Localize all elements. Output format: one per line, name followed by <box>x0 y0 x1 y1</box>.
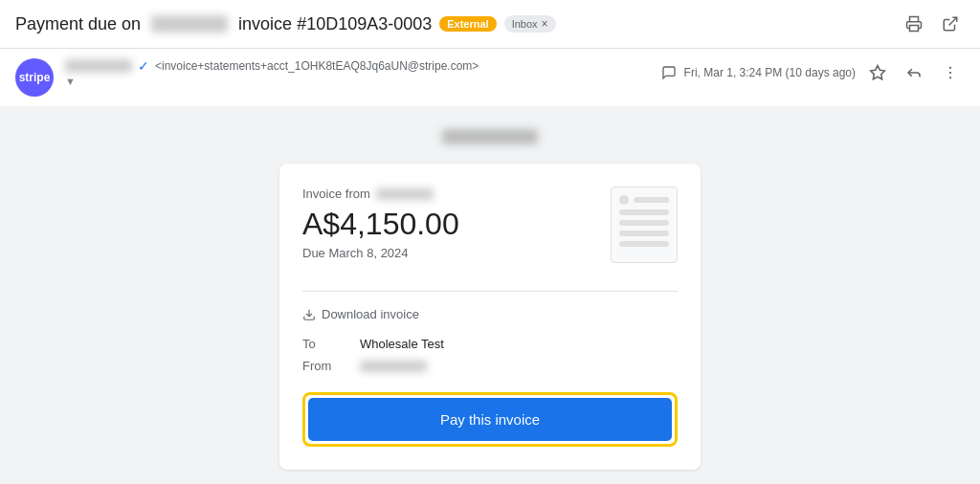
sender-avatar: stripe <box>15 58 54 97</box>
svg-point-4 <box>949 72 951 74</box>
reply-icon <box>905 64 923 81</box>
verified-icon: ✓ <box>138 58 149 74</box>
to-value: Wholesale Test <box>360 337 444 351</box>
print-button[interactable] <box>900 10 928 38</box>
star-icon <box>869 64 886 81</box>
pay-button-wrapper: Pay this invoice <box>302 392 678 447</box>
doc-bar <box>634 197 669 203</box>
doc-bar-full <box>619 209 669 215</box>
badge-external[interactable]: External <box>439 16 496 32</box>
divider-1 <box>302 291 678 292</box>
email-header-right <box>900 10 965 38</box>
doc-line-1 <box>619 195 669 205</box>
pay-invoice-button[interactable]: Pay this invoice <box>308 398 672 441</box>
svg-point-5 <box>949 77 951 78</box>
inbox-badge-close[interactable]: × <box>542 17 548 31</box>
svg-rect-0 <box>910 26 919 32</box>
subject-blurred <box>151 15 228 33</box>
download-invoice-link[interactable]: Download invoice <box>302 307 678 321</box>
subject-prefix: Payment due on <box>15 14 141 34</box>
svg-point-3 <box>949 67 951 69</box>
from-value-blurred <box>360 361 427 372</box>
doc-circle <box>619 195 629 205</box>
sender-name-row: ✓ <invoice+statements+acct_1OHK8tEAQ8Jq6… <box>65 58 650 74</box>
to-label: To <box>302 337 360 351</box>
sender-meta: ▼ <box>65 76 650 87</box>
email-header: Payment due on invoice #10D109A3-0003 Ex… <box>0 0 980 49</box>
invoice-from-blurred <box>376 188 434 200</box>
invoice-card: Invoice from A$4,150.00 Due March 8, 202… <box>279 164 701 470</box>
sender-row: stripe ✓ <invoice+statements+acct_1OHK8t… <box>0 49 980 106</box>
from-field-row: From <box>302 359 678 373</box>
invoice-fields: To Wholesale Test From <box>302 337 678 373</box>
sender-email: <invoice+statements+acct_1OHK8tEAQ8Jq6aU… <box>155 59 479 73</box>
svg-line-1 <box>949 17 957 25</box>
invoice-details: Invoice from A$4,150.00 Due March 8, 202… <box>302 187 459 275</box>
doc-line-3 <box>619 220 669 226</box>
invoice-from-label: Invoice from <box>302 187 459 201</box>
email-body: Invoice from A$4,150.00 Due March 8, 202… <box>0 106 980 484</box>
badge-inbox: Inbox × <box>504 15 556 33</box>
from-label: From <box>302 359 360 373</box>
more-vert-icon <box>942 64 959 81</box>
to-field-row: To Wholesale Test <box>302 337 678 351</box>
invoice-due-date: Due March 8, 2024 <box>302 246 459 260</box>
invoice-doc-preview <box>611 187 678 263</box>
sender-info: ✓ <invoice+statements+acct_1OHK8tEAQ8Jq6… <box>65 58 650 87</box>
doc-bar-full2 <box>619 241 669 247</box>
reply-button[interactable] <box>900 58 928 87</box>
download-icon <box>302 308 316 321</box>
doc-line-2 <box>619 209 669 215</box>
print-icon <box>905 15 923 33</box>
sender-row-right: Fri, Mar 1, 3:24 PM (10 days ago) <box>661 58 965 87</box>
doc-line-4 <box>619 231 669 236</box>
chat-icon <box>661 65 677 80</box>
invoice-amount: A$4,150.00 <box>302 207 459 242</box>
doc-bar-med <box>619 220 669 226</box>
star-button[interactable] <box>863 58 892 87</box>
subject-suffix: invoice #10D109A3-0003 <box>238 14 432 34</box>
sender-name-blurred <box>65 59 132 73</box>
svg-marker-2 <box>871 66 885 79</box>
doc-line-5 <box>619 241 669 247</box>
download-label: Download invoice <box>322 307 419 321</box>
timestamp: Fri, Mar 1, 3:24 PM (10 days ago) <box>684 66 856 79</box>
doc-bar-short <box>619 231 669 236</box>
reply-to-label: ▼ <box>65 76 76 87</box>
open-external-icon <box>942 15 959 33</box>
email-header-left: Payment due on invoice #10D109A3-0003 Ex… <box>15 14 900 34</box>
invoice-top-row: Invoice from A$4,150.00 Due March 8, 202… <box>302 187 678 275</box>
more-options-button[interactable] <box>936 58 965 87</box>
popout-button[interactable] <box>936 10 965 38</box>
sender-label-blurred <box>442 129 538 144</box>
